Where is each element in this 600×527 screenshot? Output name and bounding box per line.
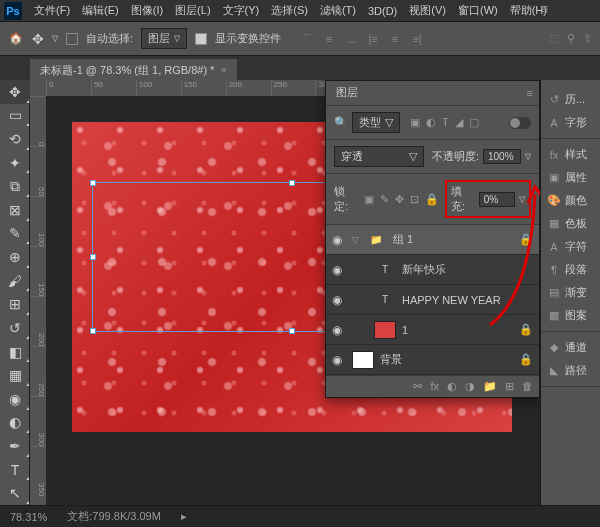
visibility-icon[interactable]: ◉ <box>332 293 346 307</box>
delete-layer-icon[interactable]: 🗑 <box>522 380 533 393</box>
align-vcenter-icon[interactable]: ≡ <box>319 29 339 49</box>
fill-chevron-icon[interactable]: ▽ <box>519 195 525 204</box>
marquee-tool[interactable]: ▭ <box>0 104 30 128</box>
opacity-chevron-icon[interactable]: ▽ <box>525 152 531 161</box>
menu-edit[interactable]: 编辑(E) <box>76 3 125 18</box>
gradient-tool[interactable]: ▦ <box>0 363 30 387</box>
filter-smart-icon[interactable]: ▢ <box>469 116 479 129</box>
eraser-tool[interactable]: ◧ <box>0 340 30 364</box>
handle-bottom-center[interactable] <box>289 328 295 334</box>
visibility-icon[interactable]: ◉ <box>332 233 346 247</box>
pen-tool[interactable]: ✒ <box>0 434 30 458</box>
healing-tool[interactable]: ⊕ <box>0 245 30 269</box>
show-transform-checkbox[interactable]: ✓ <box>195 33 207 45</box>
dock-color[interactable]: 🎨颜色 <box>541 189 600 212</box>
align-right-icon[interactable]: ≡| <box>407 29 427 49</box>
lock-icon[interactable]: 🔒 <box>519 353 533 366</box>
stamp-tool[interactable]: ⊞ <box>0 292 30 316</box>
fx-icon[interactable]: fx <box>430 380 439 393</box>
layer-row-image[interactable]: ◉ 1 🔒 <box>326 315 539 345</box>
menu-type[interactable]: 文字(Y) <box>217 3 266 18</box>
adjustment-icon[interactable]: ◑ <box>465 380 475 393</box>
new-layer-icon[interactable]: ⊞ <box>505 380 514 393</box>
panel-menu-icon[interactable]: ≡ <box>521 83 539 103</box>
filter-type-dropdown[interactable]: 类型▽ <box>352 112 400 133</box>
dock-glyphs[interactable]: A字形 <box>541 111 600 134</box>
lock-icon[interactable]: 🔒 <box>519 233 533 246</box>
fill-input[interactable]: 0% <box>479 192 515 207</box>
lock-image-icon[interactable]: ✥ <box>395 193 404 206</box>
move-tool[interactable]: ✥ <box>0 80 30 104</box>
align-top-icon[interactable]: ⎴ <box>297 29 317 49</box>
layer-name[interactable]: 组 1 <box>393 232 513 247</box>
dock-styles[interactable]: fx样式 <box>541 143 600 166</box>
move-tool-icon[interactable]: ✥ <box>32 31 44 47</box>
dock-character[interactable]: A字符 <box>541 235 600 258</box>
visibility-icon[interactable]: ◉ <box>332 263 346 277</box>
blur-tool[interactable]: ◉ <box>0 387 30 411</box>
layer-name[interactable]: 背景 <box>380 352 513 367</box>
zoom-level[interactable]: 78.31% <box>10 511 47 523</box>
handle-top-left[interactable] <box>90 180 96 186</box>
filter-pixel-icon[interactable]: ▣ <box>410 116 420 129</box>
menu-image[interactable]: 图像(I) <box>125 3 169 18</box>
layer-row-group[interactable]: ◉ ▽ 📁 组 1 🔒 <box>326 225 539 255</box>
layers-panel[interactable]: 图层 ≡ 🔍 类型▽ ▣ ◐ T ◢ ▢ 穿透▽ <box>325 80 540 398</box>
align-bottom-icon[interactable]: ⎵ <box>341 29 361 49</box>
menu-select[interactable]: 选择(S) <box>265 3 314 18</box>
menu-window[interactable]: 窗口(W) <box>452 3 504 18</box>
tool-preset-chevron[interactable]: ▽ <box>52 34 58 43</box>
filter-adjust-icon[interactable]: ◐ <box>426 116 436 129</box>
handle-top-center[interactable] <box>289 180 295 186</box>
dock-patterns[interactable]: ▩图案 <box>541 304 600 327</box>
home-icon[interactable]: 🏠 <box>8 31 24 47</box>
layer-thumbnail[interactable] <box>352 351 374 369</box>
brush-tool[interactable]: 🖌 <box>0 269 30 293</box>
lock-artboard-icon[interactable]: ⊡ <box>410 193 419 206</box>
dock-paragraph[interactable]: ¶段落 <box>541 258 600 281</box>
align-hcenter-icon[interactable]: ≡ <box>385 29 405 49</box>
wand-tool[interactable]: ✦ <box>0 151 30 175</box>
dock-paths[interactable]: ◣路径 <box>541 359 600 382</box>
panel-menu-icon[interactable]: ≡ <box>541 2 548 16</box>
new-group-icon[interactable]: 📁 <box>483 380 497 393</box>
dock-gradients[interactable]: ▤渐变 <box>541 281 600 304</box>
layer-name[interactable]: 新年快乐 <box>402 262 533 277</box>
layer-name[interactable]: 1 <box>402 324 513 336</box>
menu-file[interactable]: 文件(F) <box>28 3 76 18</box>
dock-history[interactable]: ↺历... <box>541 88 600 111</box>
dock-channels[interactable]: ◆通道 <box>541 336 600 359</box>
menu-3d[interactable]: 3D(D) <box>362 5 403 17</box>
share-icon[interactable]: ⇪ <box>583 32 592 45</box>
filter-shape-icon[interactable]: ◢ <box>455 116 463 129</box>
dock-properties[interactable]: ▣属性 <box>541 166 600 189</box>
layer-thumbnail[interactable] <box>374 321 396 339</box>
doc-info[interactable]: 文档:799.8K/3.09M <box>67 509 161 524</box>
ruler-origin[interactable] <box>30 80 46 96</box>
layers-tab[interactable]: 图层 <box>326 81 368 105</box>
document-tab[interactable]: 未标题-1 @ 78.3% (组 1, RGB/8#) * × <box>30 59 237 82</box>
group-chevron-icon[interactable]: ▽ <box>352 235 359 245</box>
menu-layer[interactable]: 图层(L) <box>169 3 216 18</box>
link-layers-icon[interactable]: ⚯ <box>413 380 422 393</box>
align-left-icon[interactable]: |≡ <box>363 29 383 49</box>
handle-mid-left[interactable] <box>90 254 96 260</box>
lock-position-icon[interactable]: ✎ <box>380 193 389 206</box>
close-doc-icon[interactable]: × <box>220 64 226 76</box>
eyedropper-tool[interactable]: ✎ <box>0 222 30 246</box>
menu-view[interactable]: 视图(V) <box>403 3 452 18</box>
search-icon[interactable]: ⚲ <box>567 32 575 45</box>
blend-mode-dropdown[interactable]: 穿透▽ <box>334 146 424 167</box>
dock-swatches[interactable]: ▦色板 <box>541 212 600 235</box>
path-tool[interactable]: ↖ <box>0 481 30 505</box>
info-chevron-icon[interactable]: ▸ <box>181 510 187 523</box>
filter-toggle[interactable] <box>509 117 531 129</box>
layer-name[interactable]: HAPPY NEW YEAR <box>402 294 533 306</box>
handle-bottom-left[interactable] <box>90 328 96 334</box>
layer-row-text1[interactable]: ◉ T 新年快乐 <box>326 255 539 285</box>
lasso-tool[interactable]: ⟲ <box>0 127 30 151</box>
type-tool[interactable]: T <box>0 458 30 482</box>
auto-select-dropdown[interactable]: 图层▽ <box>141 28 187 49</box>
menu-filter[interactable]: 滤镜(T) <box>314 3 362 18</box>
layer-row-background[interactable]: ◉ 背景 🔒 <box>326 345 539 375</box>
